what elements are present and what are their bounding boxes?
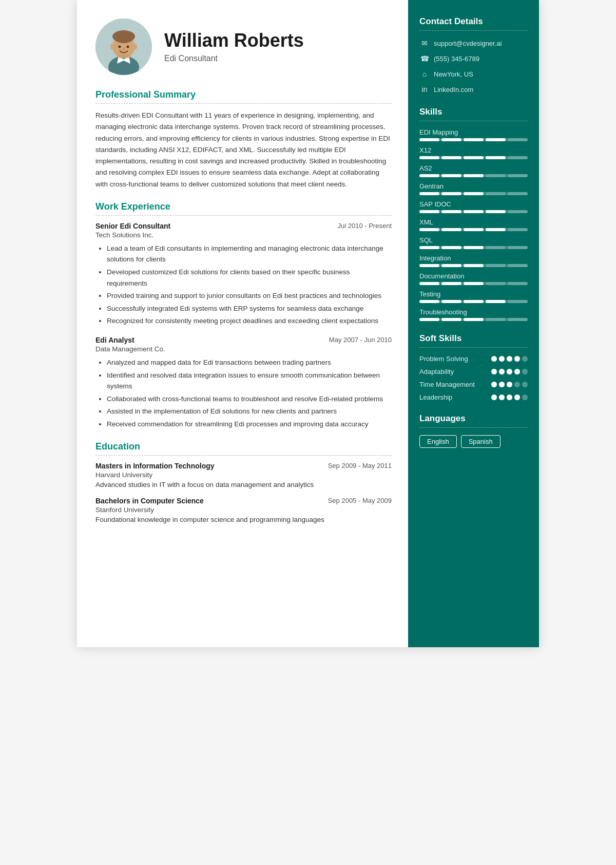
skill-bar-segment xyxy=(419,210,439,213)
skill-bar-segment xyxy=(441,210,461,213)
phone-icon: ☎ xyxy=(419,53,430,64)
skill-bar-segment xyxy=(419,264,439,267)
skill-name: EDI Mapping xyxy=(419,128,528,136)
soft-skill-item: Adaptability xyxy=(419,368,528,375)
job-2: Edi Analyst May 2007 - Jun 2010 Data Man… xyxy=(95,336,392,430)
skill-bar-segment xyxy=(508,264,528,267)
contact-location: ⌂ NewYork, US xyxy=(419,69,528,79)
full-name: William Roberts xyxy=(164,30,304,51)
skill-bar-segment xyxy=(508,228,528,231)
language-tag: English xyxy=(419,435,457,448)
list-item: Successfully integrated Edi systems with… xyxy=(107,303,392,314)
skill-bar-segment xyxy=(441,246,461,249)
skill-bar xyxy=(419,210,528,213)
edu-1-header: Masters in Information Technology Sep 20… xyxy=(95,462,392,470)
skill-bar xyxy=(419,192,528,195)
skill-bar-segment xyxy=(464,228,484,231)
soft-skill-dot xyxy=(491,356,497,362)
soft-skill-dot xyxy=(499,356,505,362)
right-column: Contact Details ✉ support@cvdesigner.ai … xyxy=(408,0,539,647)
skill-bar-segment xyxy=(464,300,484,303)
svg-point-8 xyxy=(127,46,129,48)
skill-bar-segment xyxy=(508,300,528,303)
edu-1-desc: Advanced studies in IT with a focus on d… xyxy=(95,481,392,488)
skill-item: XML xyxy=(419,218,528,231)
job-1-header: Senior Edi Consultant Jul 2010 - Present xyxy=(95,222,392,230)
edu-2-header: Bachelors in Computer Science Sep 2005 -… xyxy=(95,497,392,505)
skill-bar-segment xyxy=(441,264,461,267)
svg-point-9 xyxy=(123,48,125,51)
soft-skill-dot xyxy=(507,382,512,387)
skill-bar-segment xyxy=(464,282,484,285)
soft-skill-name: Problem Solving xyxy=(419,355,487,363)
resume-container: William Roberts Edi Consultant Professio… xyxy=(77,0,539,647)
skill-name: Integration xyxy=(419,254,528,262)
skill-bar-segment xyxy=(419,246,439,249)
language-tag: Spanish xyxy=(461,435,500,448)
skill-bar xyxy=(419,264,528,267)
skill-name: Gentran xyxy=(419,182,528,190)
skill-name: Documentation xyxy=(419,272,528,280)
skill-bar-segment xyxy=(419,156,439,159)
edu-1: Masters in Information Technology Sep 20… xyxy=(95,462,392,488)
skill-bar-segment xyxy=(419,318,439,321)
list-item: Assisted in the implementation of Edi so… xyxy=(107,406,392,417)
skill-name: AS2 xyxy=(419,164,528,172)
skill-bar-segment xyxy=(441,192,461,195)
skill-bar-segment xyxy=(464,318,484,321)
skill-item: Integration xyxy=(419,254,528,267)
soft-skill-dot xyxy=(499,369,505,374)
skill-bar-segment xyxy=(419,174,439,177)
skill-item: EDI Mapping xyxy=(419,128,528,141)
skill-bar-segment xyxy=(464,156,484,159)
skill-name: Testing xyxy=(419,290,528,298)
languages-divider xyxy=(419,427,528,428)
skill-bar-segment xyxy=(441,174,461,177)
work-divider xyxy=(95,215,392,216)
svg-point-10 xyxy=(110,44,114,50)
soft-skill-dot xyxy=(507,394,512,400)
job-2-date: May 2007 - Jun 2010 xyxy=(329,336,392,344)
skill-bar-segment xyxy=(486,192,506,195)
edu-2-degree: Bachelors in Computer Science xyxy=(95,497,204,505)
soft-skills-section: Soft Skills Problem SolvingAdaptabilityT… xyxy=(419,333,528,401)
languages-section: Languages EnglishSpanish xyxy=(419,413,528,448)
edu-1-degree: Masters in Information Technology xyxy=(95,462,215,470)
skill-item: SAP IDOC xyxy=(419,200,528,213)
skill-bar-segment xyxy=(419,138,439,141)
skill-name: SAP IDOC xyxy=(419,200,528,208)
summary-divider xyxy=(95,103,392,104)
skill-name: SQL xyxy=(419,236,528,244)
job-2-company: Data Management Co. xyxy=(95,345,392,353)
soft-skill-dots xyxy=(491,394,528,400)
skill-bar-segment xyxy=(486,138,506,141)
skill-item: X12 xyxy=(419,146,528,159)
soft-skills-title: Soft Skills xyxy=(419,333,528,344)
soft-skill-name: Leadership xyxy=(419,393,487,401)
soft-skill-dots xyxy=(491,369,528,374)
soft-skill-dot xyxy=(491,382,497,387)
languages-title: Languages xyxy=(419,413,528,424)
summary-title: Professional Summary xyxy=(95,89,392,100)
soft-skill-dot xyxy=(499,394,505,400)
skill-bar xyxy=(419,138,528,141)
edu-1-date: Sep 2009 - May 2011 xyxy=(328,462,392,469)
skill-bar-segment xyxy=(486,282,506,285)
location-icon: ⌂ xyxy=(419,69,430,79)
skill-bar-segment xyxy=(508,210,528,213)
skill-bar-segment xyxy=(464,264,484,267)
education-section: Education Masters in Information Technol… xyxy=(95,441,392,523)
skill-bar-segment xyxy=(508,318,528,321)
soft-skill-dot xyxy=(522,382,528,387)
skill-bar-segment xyxy=(441,282,461,285)
skill-bar-segment xyxy=(464,246,484,249)
list-item: Collaborated with cross-functional teams… xyxy=(107,393,392,405)
skill-bar-segment xyxy=(464,138,484,141)
skill-bar-segment xyxy=(419,192,439,195)
svg-point-7 xyxy=(119,46,121,48)
skill-item: Troubleshooting xyxy=(419,308,528,321)
soft-skill-item: Leadership xyxy=(419,393,528,401)
soft-skills-list: Problem SolvingAdaptabilityTime Manageme… xyxy=(419,355,528,401)
soft-skill-dots xyxy=(491,356,528,362)
skill-bar-segment xyxy=(486,210,506,213)
